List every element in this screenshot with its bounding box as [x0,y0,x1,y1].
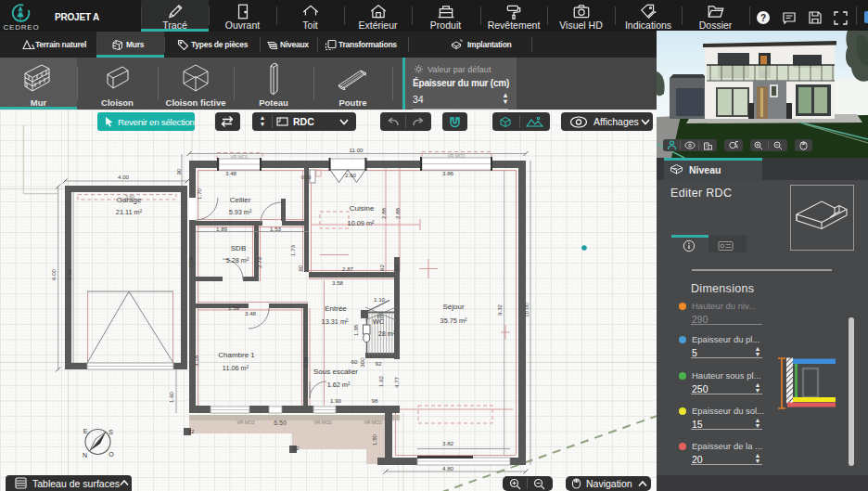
svg-text:SDB: SDB [231,244,246,252]
svg-text:VR MO3: VR MO3 [236,420,254,425]
svg-text:22: 22 [188,428,195,434]
svg-text:1.59: 1.59 [228,304,240,311]
svg-text:2.88: 2.88 [394,207,401,219]
svg-text:60: 60 [351,358,358,365]
svg-text:E: E [83,428,88,434]
svg-text:98: 98 [372,397,378,404]
svg-text:WC: WC [373,317,385,326]
svg-text:?: ? [760,13,766,23]
svg-text:35.75 m²: 35.75 m² [440,317,467,325]
svg-text:10.09 m²: 10.09 m² [348,219,375,227]
svg-text:Cuisine: Cuisine [350,204,375,213]
svg-text:1.90: 1.90 [330,397,342,404]
svg-text:Séjour: Séjour [442,303,464,311]
svg-text:5.93 m²: 5.93 m² [229,208,252,216]
svg-text:O: O [108,451,114,458]
svg-text:1.50: 1.50 [371,433,377,446]
svg-text:Sous escalier: Sous escalier [313,368,358,376]
svg-text:11.00: 11.00 [349,147,364,153]
svg-text:2.60: 2.60 [345,172,357,178]
svg-text:VR MO3: VR MO3 [313,420,331,425]
svg-text:2.79: 2.79 [187,256,194,268]
svg-text:21.11 m²: 21.11 m² [116,208,143,216]
svg-text:1.89: 1.89 [216,226,228,232]
svg-text:60: 60 [297,265,303,271]
svg-text:5.28 m²: 5.28 m² [226,256,249,265]
svg-text:10.00: 10.00 [523,303,530,317]
svg-text:6.50: 6.50 [274,420,287,426]
svg-text:Chambre 1: Chambre 1 [218,351,255,359]
svg-text:0.19: 0.19 [301,174,312,180]
svg-text:6.00: 6.00 [50,268,57,280]
svg-text:2.87: 2.87 [342,265,354,272]
svg-text:1.73: 1.73 [289,244,296,256]
svg-text:2.79: 2.79 [256,256,262,268]
svg-text:300: 300 [359,357,365,368]
svg-text:Cellier: Cellier [230,196,251,204]
svg-text:1.60: 1.60 [168,391,174,403]
svg-text:VR MO1: VR MO1 [447,153,465,159]
svg-text:62: 62 [378,265,385,271]
svg-text:3.25: 3.25 [302,356,309,368]
svg-text:22: 22 [293,445,300,451]
svg-text:S: S [108,429,113,435]
svg-text:1.62: 1.62 [377,375,384,387]
svg-text:Entrée: Entrée [325,304,347,313]
svg-text:1.62 m²: 1.62 m² [327,381,351,389]
svg-text:VR MO1: VR MO1 [230,154,248,160]
svg-text:3.86: 3.86 [442,170,454,176]
svg-text:3.82: 3.82 [442,440,454,446]
svg-text:3.48: 3.48 [245,310,257,317]
svg-text:28 m²: 28 m² [378,329,396,338]
svg-text:Garage: Garage [117,196,142,204]
svg-text:3.48: 3.48 [225,170,237,176]
svg-text:VR MO3: VR MO3 [364,420,381,425]
svg-text:3.58: 3.58 [332,279,344,286]
svg-text:4.00: 4.00 [118,174,130,180]
svg-text:9.32: 9.32 [496,304,503,316]
svg-text:11.06 m²: 11.06 m² [223,364,249,372]
svg-text:90: 90 [175,168,182,174]
svg-text:92: 92 [376,360,382,367]
svg-text:5.56: 5.56 [66,268,72,280]
svg-text:13.31 m²: 13.31 m² [322,317,349,326]
svg-text:4.80: 4.80 [442,465,454,472]
svg-text:4.77: 4.77 [393,376,400,388]
svg-text:60: 60 [393,265,400,271]
svg-text:1.38: 1.38 [352,324,359,336]
svg-text:1.53: 1.53 [270,226,282,232]
svg-text:2.88: 2.88 [380,207,387,219]
svg-text:1.10: 1.10 [374,296,386,303]
svg-text:1.70: 1.70 [196,187,202,200]
svg-text:N: N [83,452,87,459]
svg-text:3.18: 3.18 [193,355,199,367]
